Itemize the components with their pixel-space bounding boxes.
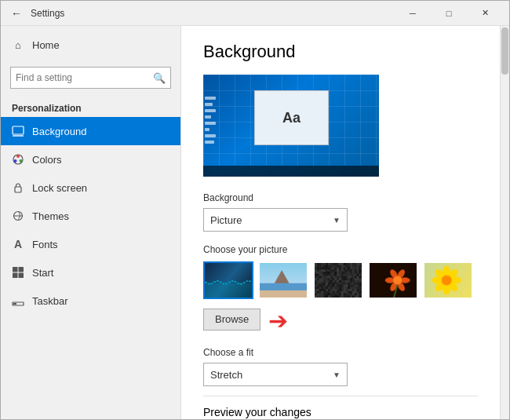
svg-rect-9 xyxy=(19,267,24,272)
colors-icon xyxy=(12,153,24,166)
personalization-section-label: Personalization xyxy=(1,97,180,117)
sidebar-item-lock-screen[interactable]: Lock screen xyxy=(1,173,180,202)
svg-rect-8 xyxy=(13,267,18,272)
choose-picture-label: Choose your picture xyxy=(203,244,478,255)
sidebar-item-home[interactable]: ⌂ Home xyxy=(1,31,180,59)
page-title: Background xyxy=(203,42,478,62)
search-icon: 🔍 xyxy=(153,72,166,84)
svg-rect-13 xyxy=(13,303,16,305)
picture-thumb-2[interactable] xyxy=(258,261,308,299)
thumb5-canvas xyxy=(424,263,472,298)
picture-thumb-5[interactable] xyxy=(423,261,473,299)
dropdown-arrow-icon: ▼ xyxy=(333,216,341,225)
fit-dropdown-value: Stretch xyxy=(210,369,242,381)
preview-desktop: Aa xyxy=(203,75,379,177)
themes-icon xyxy=(12,210,24,222)
sidebar-item-label: Home xyxy=(32,39,60,51)
taskbar-icon xyxy=(12,294,24,307)
search-input[interactable] xyxy=(16,72,153,83)
sidebar-item-themes[interactable]: Themes xyxy=(1,202,180,230)
sidebar-item-label: Background xyxy=(32,126,86,137)
sidebar-item-fonts[interactable]: A Fonts xyxy=(1,230,180,258)
sidebar-item-taskbar[interactable]: Taskbar xyxy=(1,287,180,315)
fonts-icon: A xyxy=(12,238,24,250)
svg-rect-0 xyxy=(13,126,24,134)
picture-chooser xyxy=(203,261,478,299)
svg-point-4 xyxy=(20,159,23,163)
lock-icon xyxy=(12,181,24,194)
arrow-icon: ➔ xyxy=(268,307,288,334)
svg-point-3 xyxy=(16,155,20,158)
browse-row: Browse ➔ xyxy=(203,307,478,334)
title-bar: ← Settings ─ □ ✕ xyxy=(1,1,509,26)
right-panel: Background Aa xyxy=(181,26,500,419)
home-icon: ⌂ xyxy=(12,38,24,51)
background-dropdown[interactable]: Picture ▼ xyxy=(203,208,348,232)
svg-point-5 xyxy=(14,159,17,163)
background-dropdown-value: Picture xyxy=(210,214,242,226)
start-icon xyxy=(12,266,24,279)
thumb4-canvas xyxy=(370,263,417,298)
minimize-button[interactable]: ─ xyxy=(395,1,431,26)
sidebar-item-label: Lock screen xyxy=(32,182,87,194)
svg-rect-6 xyxy=(15,187,21,192)
picture-thumb-4[interactable] xyxy=(368,261,418,299)
close-button[interactable]: ✕ xyxy=(467,1,503,26)
sidebar-item-label: Themes xyxy=(32,210,69,222)
preview-left-bars xyxy=(203,75,217,166)
preview-aa-window: Aa xyxy=(254,90,329,145)
main-area: ⌂ Home 🔍 Personalization Background xyxy=(1,26,509,419)
section-divider xyxy=(203,396,478,396)
sidebar-item-label: Taskbar xyxy=(32,295,68,307)
picture-thumb-1[interactable] xyxy=(203,261,253,299)
thumb3-canvas xyxy=(315,263,362,298)
sidebar-search-box[interactable]: 🔍 xyxy=(10,67,171,89)
fit-dropdown[interactable]: Stretch ▼ xyxy=(203,363,348,386)
background-dropdown-label: Background xyxy=(203,192,478,203)
preview-changes-label: Preview your changes xyxy=(203,406,478,418)
window-controls: ─ □ ✕ xyxy=(395,1,503,26)
sidebar-item-label: Start xyxy=(32,267,53,279)
choose-fit-label: Choose a fit xyxy=(203,347,478,358)
preview-taskbar xyxy=(203,166,379,177)
thumb2-canvas xyxy=(260,263,307,298)
sidebar-item-label: Colors xyxy=(32,154,62,166)
fit-dropdown-arrow-icon: ▼ xyxy=(333,371,341,379)
background-icon xyxy=(12,125,24,137)
picture-thumb-3[interactable] xyxy=(313,261,363,299)
sidebar-item-colors[interactable]: Colors xyxy=(1,145,180,173)
sidebar-item-label: Fonts xyxy=(32,239,58,250)
browse-button[interactable]: Browse xyxy=(203,309,260,331)
sidebar-item-background[interactable]: Background xyxy=(1,117,180,145)
svg-rect-10 xyxy=(13,273,18,279)
back-button[interactable]: ← xyxy=(7,4,26,23)
scrollbar-track[interactable] xyxy=(500,26,509,419)
svg-rect-1 xyxy=(13,135,24,137)
svg-rect-11 xyxy=(19,273,24,279)
background-preview: Aa xyxy=(203,75,379,177)
thumb1-canvas xyxy=(205,263,252,298)
sidebar: ⌂ Home 🔍 Personalization Background xyxy=(1,26,181,419)
sidebar-item-start[interactable]: Start xyxy=(1,258,180,287)
window-title: Settings xyxy=(31,8,395,19)
maximize-button[interactable]: □ xyxy=(431,1,467,26)
scrollbar-thumb[interactable] xyxy=(501,27,508,75)
settings-window: ← Settings ─ □ ✕ ⌂ Home 🔍 Personalizatio… xyxy=(0,0,510,420)
